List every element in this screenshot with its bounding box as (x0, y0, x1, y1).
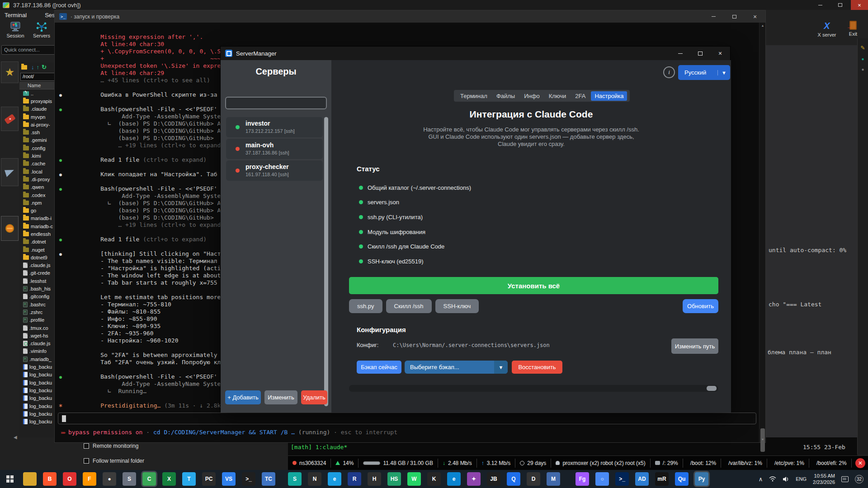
component-chip-button[interactable]: Скилл /ssh (386, 299, 432, 313)
file-row[interactable]: .bash_his (19, 285, 58, 292)
file-row[interactable]: go (19, 206, 58, 214)
toolbar-xserver-button[interactable]: X X server (814, 21, 840, 38)
horizontal-scrollbar-thumb[interactable] (707, 386, 717, 391)
file-row[interactable]: .npm (19, 199, 58, 206)
tab[interactable]: Инфо (520, 91, 543, 101)
server-search-input[interactable] (225, 97, 327, 109)
sm-minimize-button[interactable] (670, 47, 690, 60)
remote-monitoring-checkbox[interactable]: Remote monitoring (84, 443, 138, 449)
mremoteng[interactable]: mR (655, 472, 669, 486)
file-row[interactable]: log_backu (19, 394, 58, 402)
restore-button[interactable]: Восстановить (512, 361, 562, 374)
file-row[interactable]: .gemini (19, 136, 58, 144)
opera[interactable]: O (63, 472, 76, 486)
folder-up-icon[interactable] (21, 65, 27, 70)
tab[interactable]: Настройка (591, 91, 627, 101)
sm-close-button[interactable]: × (710, 47, 730, 60)
file-row[interactable]: .wget-hs (19, 332, 58, 339)
scroll-up-icon[interactable]: ▲ (760, 24, 766, 27)
component-chip-button[interactable]: ssh.py (349, 299, 382, 313)
terminal-minimize-button[interactable] (703, 10, 724, 23)
notifications-icon[interactable] (841, 476, 849, 482)
file-row[interactable]: .mariadb_ (19, 355, 58, 363)
file-row[interactable]: .cache (19, 160, 58, 168)
server-list-item[interactable]: investor 173.212.212.157 [ssh] (226, 117, 323, 137)
file-row[interactable]: .profile (19, 316, 58, 324)
camera-app[interactable]: K (427, 472, 441, 486)
claude-input-box[interactable] (58, 413, 756, 424)
terminal-scrollbar[interactable]: ▲ ▼ (759, 23, 765, 442)
chrome[interactable]: C (142, 472, 156, 486)
tab[interactable]: 2FA (571, 91, 589, 101)
file-row[interactable]: .claude (19, 105, 58, 113)
file-row[interactable]: log_backu (19, 410, 58, 418)
chromium[interactable]: ○ (595, 472, 609, 486)
sm-maximize-button[interactable] (690, 47, 710, 60)
file-row[interactable]: .claude.js (19, 262, 58, 269)
file-row[interactable]: log_backu (19, 418, 58, 425)
download-icon[interactable]: ↓ (31, 64, 34, 70)
tab[interactable]: Терминал (457, 91, 491, 101)
dot-gray-icon[interactable]: ● (858, 67, 868, 72)
edit-pencil-icon[interactable]: ✎ (858, 45, 868, 51)
app-h[interactable]: H (368, 472, 381, 486)
edit-server-button[interactable]: Изменить (264, 390, 297, 404)
hs-app[interactable]: HS (387, 472, 401, 486)
file-row[interactable]: ai-proxy- (19, 121, 58, 128)
scroll-down-icon[interactable]: ▼ (760, 438, 766, 441)
settings[interactable]: S (123, 472, 136, 486)
file-row[interactable]: mariadb-i (19, 215, 58, 222)
language-dropdown[interactable]: Русский ▼ (678, 65, 730, 80)
scroll-left-arrow[interactable]: ◀ (14, 435, 17, 440)
file-row[interactable]: log_backu (19, 363, 58, 371)
upload-icon[interactable]: ↑ (37, 64, 40, 70)
file-row[interactable]: .qwen (19, 183, 58, 191)
quick-utmo[interactable]: Qu (675, 472, 689, 486)
file-row[interactable]: .bashrc (19, 300, 58, 308)
sidebar-sessions-button[interactable] (1, 158, 19, 186)
app-dark[interactable]: ● (103, 472, 116, 486)
follow-terminal-folder-checkbox[interactable]: Follow terminal folder (84, 458, 144, 464)
language-indicator[interactable]: ENG (796, 476, 807, 482)
taskbar-clock[interactable]: 10:55 AM 2/23/2026 (813, 473, 835, 485)
server-list-scrollbar[interactable] (324, 117, 328, 406)
horizontal-scrollbar[interactable] (349, 385, 718, 392)
path-field[interactable]: /root/ (20, 73, 57, 81)
tab[interactable]: Ключи (545, 91, 570, 101)
file-row[interactable]: mariadb-c (19, 222, 58, 230)
file-row[interactable]: .kimi (19, 152, 58, 160)
refresh-button[interactable]: Обновить (683, 299, 718, 313)
file-row[interactable]: .git-crede (19, 269, 58, 277)
ms-store[interactable]: ✦ (467, 472, 481, 486)
whatsapp[interactable]: W (407, 472, 421, 486)
toolbar-session-button[interactable]: Session (3, 22, 28, 38)
install-all-button[interactable]: Установить всё (349, 277, 718, 294)
server-list-item[interactable]: proxy-checker 161.97.118.40 [ssh] (226, 160, 323, 181)
pycharm[interactable]: PC (202, 472, 216, 486)
file-row[interactable]: .di-proxy (19, 175, 58, 183)
file-row[interactable]: .ssh (19, 128, 58, 136)
toolbar-servers-button[interactable]: Servers (29, 22, 54, 38)
app-teal[interactable]: S (288, 472, 302, 486)
menu-terminal[interactable]: Terminal (2, 12, 29, 19)
toolbar-exit-button[interactable]: → Exit (843, 21, 863, 37)
mobaxterm-minimize-button[interactable] (811, 0, 829, 10)
file-row[interactable]: .claude.js (19, 340, 58, 347)
file-row[interactable]: log_backu (19, 402, 58, 410)
file-row[interactable]: .tmux.co (19, 324, 58, 332)
file-row[interactable]: log_backu (19, 371, 58, 379)
wifi-icon[interactable] (769, 476, 776, 482)
file-row[interactable]: .dotnet (19, 238, 58, 246)
delete-server-button[interactable]: Удалить (301, 390, 327, 404)
backup-select-dropdown[interactable]: Выберите бэкап... ▼ (405, 361, 508, 374)
add-server-button[interactable]: + Добавить (225, 390, 261, 404)
file-row[interactable]: .viminfo (19, 347, 58, 355)
file-row[interactable]: .config (19, 144, 58, 152)
start-button[interactable] (3, 472, 17, 486)
tray-close-button[interactable]: ✕ (855, 458, 865, 468)
powershell[interactable]: >_ (615, 472, 629, 486)
python[interactable]: Py (695, 472, 708, 486)
tab[interactable]: Файлы (493, 91, 519, 101)
app-n[interactable]: N (308, 472, 321, 486)
file-explorer[interactable] (23, 472, 37, 486)
